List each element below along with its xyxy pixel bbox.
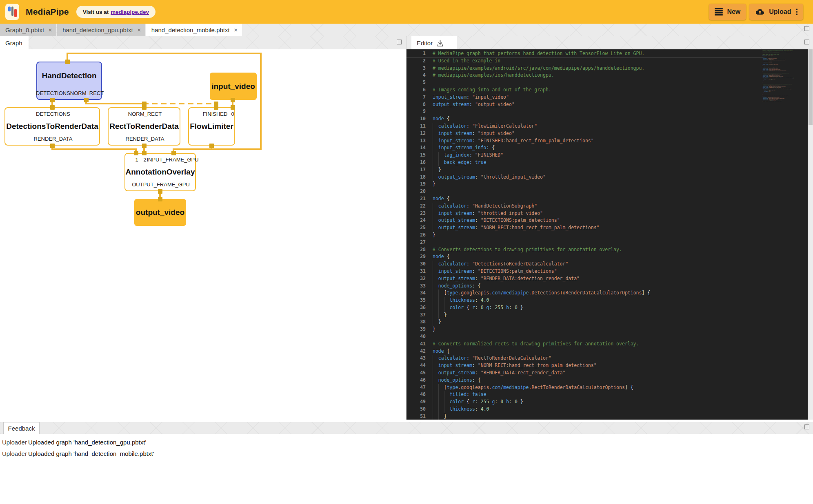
tab-editor[interactable]: Editor: [411, 36, 457, 49]
close-tab-icon[interactable]: ✕: [48, 27, 52, 33]
code-line[interactable]: 51}: [406, 413, 762, 420]
code-line[interactable]: 21node {: [406, 195, 762, 203]
file-tab[interactable]: hand_detection_gpu.pbtxt✕: [57, 24, 145, 36]
visit-us-pill[interactable]: Visit us at mediapipe.dev: [76, 6, 155, 18]
code-line[interactable]: 33node_options: {: [406, 283, 762, 290]
code-line[interactable]: 46node_options: {: [406, 377, 762, 384]
code-line[interactable]: 14input_stream_info: {: [406, 144, 762, 152]
indent-guide: [433, 261, 438, 268]
maximize-window-icon[interactable]: [804, 26, 809, 31]
code-token: input_stream: [433, 94, 466, 100]
maximize-editor-panel-icon[interactable]: [804, 40, 809, 44]
maximize-feedback-panel-icon[interactable]: [804, 424, 809, 429]
code-line[interactable]: 34[type.googleapis.com/mediapipe.Detecti…: [406, 290, 762, 297]
code-line[interactable]: 49color { r: 255 g: 0 b: 0 }: [406, 398, 762, 406]
minimap[interactable]: # MediaPipe graph that performs hand det…: [762, 49, 807, 420]
code-line[interactable]: 23input_stream: "throttled_input_video": [406, 210, 762, 217]
graph-node-DetectionsToRenderData[interactable]: DetectionsToRenderDataDETECTIONSRENDER_D…: [4, 107, 100, 146]
code-line[interactable]: 39}: [406, 326, 762, 333]
editor-scrollbar-thumb[interactable]: [809, 49, 813, 125]
code-line[interactable]: 37}: [406, 312, 762, 319]
code-line[interactable]: 3# mediapipie/examples/android/src/java/…: [406, 65, 762, 72]
code-line[interactable]: 40: [406, 333, 762, 340]
code-area[interactable]: 1# MediaPipe graph that performs hand de…: [406, 49, 762, 420]
code-line[interactable]: 17}: [406, 166, 762, 174]
code-line[interactable]: 28# Converts detections to drawing primi…: [406, 246, 762, 254]
code-line[interactable]: 19}: [406, 181, 762, 188]
code-line[interactable]: 9: [406, 108, 762, 115]
tab-graph[interactable]: Graph: [0, 36, 29, 49]
editor-scrollbar[interactable]: [808, 49, 813, 420]
code-line[interactable]: 10node {: [406, 115, 762, 123]
code-line[interactable]: 41# Converts normalized rects to drawing…: [406, 340, 762, 348]
code-line[interactable]: 16back_edge: true: [406, 159, 762, 166]
code-line[interactable]: 22calculator: "HandDetectionSubgraph": [406, 203, 762, 210]
code-line[interactable]: 27: [406, 239, 762, 246]
code-line[interactable]: 47[type.googleapis.com/mediapipe.RectToR…: [406, 384, 762, 391]
download-graph-icon[interactable]: [436, 39, 444, 47]
code-token: :: [472, 363, 478, 368]
more-options-icon[interactable]: [796, 8, 798, 16]
code-line[interactable]: 8output_stream: "output_video": [406, 101, 762, 108]
code-line[interactable]: 18output_stream: "throttled_input_video": [406, 174, 762, 181]
code-line[interactable]: 50thickness: 4.0: [406, 406, 762, 413]
file-tab[interactable]: Graph_0.pbtxt✕: [0, 24, 56, 36]
code-line[interactable]: 15tag_index: "FINISHED": [406, 152, 762, 159]
code-line[interactable]: 35thickness: 4.0: [406, 297, 762, 304]
minimap-token: ] {: [793, 77, 794, 78]
code-line[interactable]: 20: [406, 188, 762, 195]
code-token: :: [466, 123, 472, 129]
code-line[interactable]: 45output_stream: "RENDER_DATA:rect_rende…: [406, 369, 762, 377]
code-line[interactable]: 32output_stream: "RENDER_DATA:detection_…: [406, 275, 762, 283]
graph-node-FlowLimiter[interactable]: FlowLimiterFINISHED0: [188, 107, 235, 146]
mediapipe-dev-link[interactable]: mediapipe.dev: [111, 9, 149, 15]
code-token: RectToRenderDataCalculatorOptions: [531, 385, 624, 390]
graph-node-RectToRenderData[interactable]: RectToRenderDataNORM_RECTRENDER_DATA: [108, 107, 180, 146]
code-line[interactable]: 36color { r: 0 g: 255 b: 0 }: [406, 304, 762, 312]
new-button[interactable]: New: [709, 4, 746, 20]
graph-node-AnnotationOverlay[interactable]: AnnotationOverlay12INPUT_FRAME_GPUOUTPUT…: [124, 153, 196, 191]
graph-node-HandDetection[interactable]: HandDetectionDETECTIONSNORM_RECT: [36, 62, 102, 100]
code-line[interactable]: 44input_stream: "NORM_RECT:hand_rect_fro…: [406, 362, 762, 369]
code-line[interactable]: 25output_stream: "NORM_RECT:hand_rect_fr…: [406, 224, 762, 232]
line-number: 41: [406, 340, 426, 348]
code-token: calculator: [438, 203, 466, 209]
minimap-token: RectToRenderDataCalculatorOptions: [776, 88, 790, 89]
code-line[interactable]: 4# mediapipie/examples/ios/handdetection…: [406, 72, 762, 79]
code-line[interactable]: 6# Images coming into and out of the gra…: [406, 86, 762, 94]
code-line[interactable]: 43calculator: "RectToRenderDataCalculato…: [406, 355, 762, 362]
code-editor[interactable]: 1# MediaPipe graph that performs hand de…: [406, 49, 813, 420]
code-line[interactable]: 31input_stream: "DETECTIONS:palm_detecti…: [406, 268, 762, 275]
code-line[interactable]: 38}: [406, 318, 762, 326]
code-token: node: [433, 348, 444, 354]
code-line[interactable]: 12input_stream: "input_video": [406, 130, 762, 137]
node-title: DetectionsToRenderData: [5, 122, 99, 131]
output-port-label: RENDER_DATA: [34, 136, 73, 142]
code-line[interactable]: 24output_stream: "DETECTIONS:palm_detect…: [406, 217, 762, 224]
code-line[interactable]: 11calculator: "FlowLimiterCalculator": [406, 123, 762, 130]
code-line[interactable]: 48filled: false: [406, 391, 762, 398]
graph-node-input_video[interactable]: input_video: [210, 73, 257, 100]
tab-feedback[interactable]: Feedback: [3, 422, 40, 434]
code-line[interactable]: 30calculator: "DetectionsToRenderDataCal…: [406, 261, 762, 268]
code-line[interactable]: 2# Used in the example in: [406, 57, 762, 65]
maximize-graph-panel-icon[interactable]: [397, 40, 402, 44]
code-line[interactable]: 5: [406, 79, 762, 86]
code-line[interactable]: 7input_stream: "input_video": [406, 94, 762, 101]
upload-button[interactable]: Upload: [749, 4, 803, 20]
file-tab-label: hand_detection_mobile.pbtxt: [151, 27, 230, 33]
code-line[interactable]: 26}: [406, 232, 762, 239]
code-line[interactable]: 13input_stream: "FINISHED:hand_rect_from…: [406, 137, 762, 145]
close-tab-icon[interactable]: ✕: [234, 27, 238, 33]
indent-guide: [444, 297, 450, 304]
code-line[interactable]: 29node {: [406, 253, 762, 261]
code-line[interactable]: 42node {: [406, 348, 762, 355]
graph-node-output_video[interactable]: output_video: [134, 199, 186, 226]
file-tab[interactable]: hand_detection_mobile.pbtxt✕: [146, 24, 242, 36]
minimap-token: # mediapipie/examples/ios/handdetectiong…: [762, 52, 780, 53]
close-tab-icon[interactable]: ✕: [137, 27, 141, 33]
code-line[interactable]: 1# MediaPipe graph that performs hand de…: [406, 50, 762, 57]
code-token: "throttled_input_video": [478, 210, 543, 216]
graph-canvas[interactable]: HandDetectionDETECTIONSNORM_RECTinput_vi…: [0, 49, 406, 420]
indent-guide: [433, 413, 438, 420]
